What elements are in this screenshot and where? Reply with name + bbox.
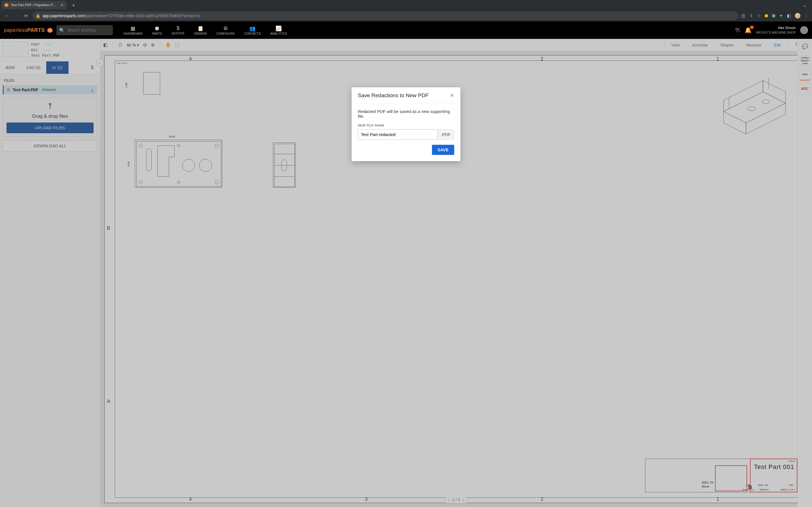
reload-button[interactable]: ⟳: [22, 13, 29, 18]
dollar-icon: $: [176, 25, 180, 31]
panel-icon[interactable]: ◧: [787, 13, 791, 18]
user-menu[interactable]: Alex Sinson MICKEY'S MACHINE SHOP: [756, 25, 796, 35]
lock-icon: 🔒: [36, 13, 40, 18]
browser-chrome: Test Part.PDF • Paperless Parts ✕ ＋ ⌄ ← …: [0, 0, 812, 21]
tab-title: Test Part.PDF • Paperless Parts: [11, 3, 58, 7]
save-redactions-modal: Save Redactions to New PDF ✕ Redacted PD…: [352, 87, 460, 161]
forward-button[interactable]: →: [13, 13, 20, 18]
back-button[interactable]: ←: [3, 13, 10, 18]
user-name: Alex Sinson: [756, 25, 796, 31]
help-icon[interactable]: ?⃝: [735, 27, 740, 34]
notification-badge: 2: [750, 25, 754, 29]
brand-logo[interactable]: paperlessPARTS: [4, 27, 52, 33]
nav-parts[interactable]: ⬢PARTS: [148, 24, 166, 36]
modal-description: Redacted PDF will be saved as a new supp…: [358, 109, 454, 119]
chart-icon: 📈: [275, 25, 282, 32]
key-icon[interactable]: ⚿: [741, 13, 746, 18]
clipboard-icon: 📋: [197, 25, 204, 32]
new-filename-input[interactable]: [358, 129, 438, 140]
nav-configure[interactable]: ⚙CONFIGURE: [213, 24, 239, 36]
save-button[interactable]: SAVE: [432, 145, 454, 155]
extension-icon-1[interactable]: [765, 14, 768, 17]
url-path: /parts/viewer/727f7b8c-e99e-4240-a26f-a2…: [85, 13, 200, 18]
menu-icon[interactable]: ⋮: [804, 13, 809, 18]
profile-avatar[interactable]: [795, 13, 801, 18]
close-icon[interactable]: ✕: [60, 3, 64, 7]
star-icon[interactable]: ☆: [757, 13, 761, 18]
browser-tab[interactable]: Test Part.PDF • Paperless Parts ✕: [2, 1, 66, 9]
brand-cube-icon: [47, 28, 52, 33]
cube-icon: ⬢: [155, 25, 160, 32]
grid-icon: ▦: [131, 25, 136, 32]
file-extension-label: .PDF: [438, 129, 454, 140]
user-avatar-icon[interactable]: [800, 26, 808, 34]
search-input[interactable]: [67, 28, 110, 33]
extension-icon-2[interactable]: [772, 14, 775, 17]
field-label: NEW FILE NAME: [358, 124, 454, 127]
modal-title: Save Redactions to New PDF: [358, 93, 428, 99]
app-header: paperlessPARTS 🔍 ▦DASHBOARD ⬢PARTS $QUOT…: [0, 21, 812, 39]
gears-icon: ⚙: [223, 25, 228, 32]
chevron-down-icon[interactable]: ⌄: [803, 3, 810, 8]
nav-contacts[interactable]: 👥CONTACTS: [241, 24, 265, 36]
nav-dashboard[interactable]: ▦DASHBOARD: [119, 24, 147, 36]
notifications-icon[interactable]: 🔔2: [745, 27, 752, 34]
shop-name: MICKEY'S MACHINE SHOP: [756, 31, 796, 35]
tab-favicon: [4, 3, 8, 7]
global-search[interactable]: 🔍: [56, 25, 113, 35]
address-bar[interactable]: 🔒 app.paperlessparts.com/parts/viewer/72…: [32, 11, 739, 20]
people-icon: 👥: [249, 25, 256, 32]
nav-analytics[interactable]: 📈ANALYTICS: [266, 24, 291, 36]
new-tab-button[interactable]: ＋: [69, 2, 78, 8]
extensions-icon[interactable]: ✦: [779, 13, 783, 18]
nav-orders[interactable]: 📋ORDERS: [190, 24, 211, 36]
close-icon[interactable]: ✕: [450, 93, 454, 99]
share-icon[interactable]: ⇪: [749, 13, 753, 18]
url-host: app.paperlessparts.com: [43, 13, 85, 18]
search-icon: 🔍: [59, 27, 65, 33]
nav-quotes[interactable]: $QUOTES: [168, 24, 188, 36]
